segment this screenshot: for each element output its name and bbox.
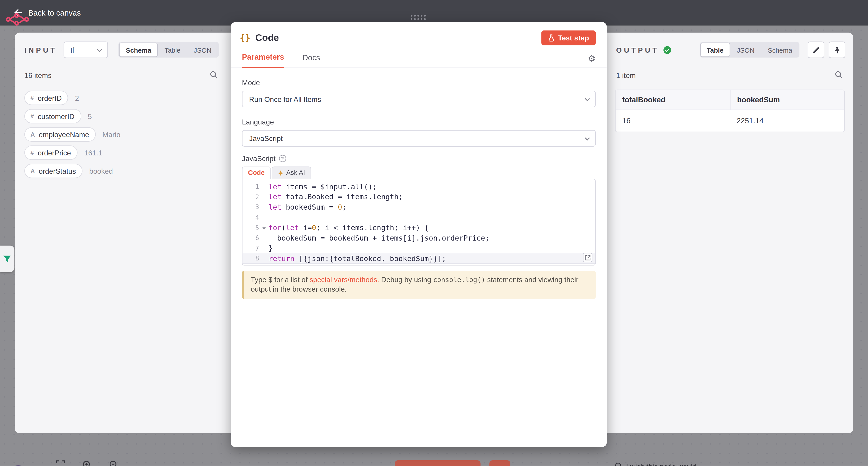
input-search-icon[interactable]: [210, 71, 217, 80]
field-type-icon: A: [31, 168, 35, 174]
ndv-drag-handle[interactable]: [411, 15, 426, 20]
field-type-icon: #: [31, 113, 34, 120]
output-table-cell: 16: [616, 110, 730, 132]
language-select[interactable]: JavaScript: [242, 130, 596, 146]
schema-field-pill[interactable]: # orderID: [24, 91, 68, 105]
code-line[interactable]: 7}: [243, 243, 595, 254]
tab-docs[interactable]: Docs: [303, 53, 320, 68]
node-feedback-label: I wish this node would...: [626, 462, 703, 466]
hint-code: console.log(): [433, 276, 485, 284]
schema-item: A orderStatus booked: [24, 164, 221, 178]
editor-label-row: JavaScript ?: [242, 154, 596, 163]
code-line[interactable]: 5for(let i=0; i < items.length; i++) {: [243, 223, 595, 233]
code-line[interactable]: 4: [243, 212, 595, 223]
field-type-icon: #: [31, 149, 34, 156]
editor-tab-ask-ai[interactable]: Ask AI: [272, 166, 311, 179]
line-number: 8: [243, 255, 259, 263]
canvas-button-dimmed: [489, 460, 510, 466]
code-editor[interactable]: 1let items = $input.all();2let totalBook…: [242, 179, 596, 265]
help-icon[interactable]: ?: [279, 155, 286, 162]
output-panel-header: OUTPUT Table JSON Schema: [607, 33, 853, 58]
code-text: let totalBooked = items.length;: [269, 193, 403, 201]
filter-icon: [3, 256, 11, 262]
output-search-icon[interactable]: [835, 71, 842, 80]
test-step-button[interactable]: Test step: [541, 31, 596, 45]
input-tab-table[interactable]: Table: [158, 43, 187, 57]
n8n-logo: [5, 11, 31, 29]
mode-value: Run Once for All Items: [249, 95, 321, 103]
code-text: return [{json:{totalBooked, bookedSum}}]…: [269, 254, 446, 263]
schema-field-pill[interactable]: # customerID: [24, 109, 81, 123]
pin-data-button[interactable]: [829, 41, 845, 58]
special-vars-link[interactable]: special vars/methods.: [310, 275, 379, 284]
canvas-zoom-controls: [56, 460, 119, 466]
line-number: 6: [243, 234, 259, 242]
hint-middle: Debug by using: [379, 275, 433, 284]
schema-field-pill[interactable]: A orderStatus: [24, 164, 83, 178]
zoom-in-icon[interactable]: [83, 460, 92, 466]
code-line[interactable]: 2let totalBooked = items.length;: [243, 192, 595, 202]
fold-marker-icon: [259, 223, 269, 233]
output-items-row: 1 item: [616, 71, 843, 80]
input-view-tabs: Schema Table JSON: [119, 42, 219, 58]
mode-select[interactable]: Run Once for All Items: [242, 91, 596, 107]
code-line[interactable]: 8return [{json:{totalBooked, bookedSum}}…: [243, 254, 595, 264]
output-table-row: 16 2251.14: [616, 110, 844, 132]
editor-tab-ask-ai-label: Ask AI: [286, 167, 305, 179]
input-tab-schema[interactable]: Schema: [119, 43, 158, 57]
line-number: 5: [243, 224, 259, 232]
pin-icon: [833, 46, 841, 53]
field-name: customerID: [38, 112, 74, 121]
input-source-value: If: [70, 46, 74, 54]
output-tab-schema[interactable]: Schema: [761, 43, 799, 57]
editor-hint: Type $ for a list of special vars/method…: [242, 271, 596, 299]
code-line[interactable]: 6 bookedSum = bookedSum + items[i].json.…: [243, 233, 595, 243]
code-node-icon: {}: [240, 33, 250, 43]
chevron-down-icon: [585, 98, 590, 101]
modal-body: Mode Run Once for All Items Language Jav…: [231, 68, 607, 299]
code-node-modal: {} Code Test step Parameters Docs ⚙ Mode…: [231, 22, 607, 447]
editor-tab-code[interactable]: Code: [242, 166, 271, 179]
code-text: for(let i=0; i < items.length; i++) {: [269, 224, 429, 232]
tab-parameters[interactable]: Parameters: [242, 53, 284, 68]
expand-editor-button[interactable]: [583, 253, 592, 262]
test-step-label: Test step: [558, 34, 589, 42]
input-tab-json[interactable]: JSON: [187, 43, 218, 57]
output-table: totalBooked bookedSum 16 2251.14: [615, 90, 845, 132]
input-panel-header: INPUT If Schema Table JSON: [15, 33, 231, 58]
output-table-cell: 2251.14: [730, 110, 844, 132]
zoom-out-icon[interactable]: [109, 460, 119, 466]
schema-field-pill[interactable]: # orderPrice: [24, 145, 78, 160]
field-type-icon: A: [31, 131, 35, 138]
input-items-count: 16 items: [24, 71, 52, 80]
field-name: employeeName: [39, 130, 89, 139]
schema-field-pill[interactable]: A employeeName: [24, 127, 96, 142]
modal-tabs: Parameters Docs ⚙: [231, 53, 607, 68]
node-title[interactable]: Code: [255, 32, 279, 43]
field-name: orderStatus: [39, 167, 76, 175]
node-settings-gear-icon[interactable]: ⚙: [588, 54, 596, 68]
code-line[interactable]: 1let items = $input.all();: [243, 181, 595, 192]
line-number: 4: [243, 214, 259, 221]
field-name: orderID: [38, 94, 62, 102]
code-text: bookedSum = bookedSum + items[i].json.or…: [269, 234, 490, 242]
sparkle-icon: [278, 170, 283, 175]
output-tab-json[interactable]: JSON: [730, 43, 761, 57]
edit-output-button[interactable]: [808, 41, 824, 58]
code-line[interactable]: 3let bookedSum = 0;: [243, 202, 595, 212]
code-text: }: [269, 244, 273, 253]
schema-item: A employeeName Mario: [24, 127, 221, 142]
fit-view-icon[interactable]: [56, 460, 65, 466]
user-avatar[interactable]: KM: [10, 465, 26, 466]
output-panel: OUTPUT Table JSON Schema 1 item: [607, 33, 853, 433]
node-feedback-button[interactable]: I wish this node would...: [614, 462, 702, 466]
line-number: 2: [243, 193, 259, 201]
output-tab-table[interactable]: Table: [700, 43, 730, 57]
back-to-canvas-label: Back to canvas: [28, 8, 81, 17]
editor-label: JavaScript: [242, 154, 276, 163]
lightbulb-icon: [614, 462, 622, 466]
input-source-select[interactable]: If: [64, 41, 108, 58]
output-table-column-header: bookedSum: [730, 90, 844, 109]
code-text: let items = $input.all();: [269, 182, 377, 191]
output-items-count: 1 item: [616, 71, 636, 80]
